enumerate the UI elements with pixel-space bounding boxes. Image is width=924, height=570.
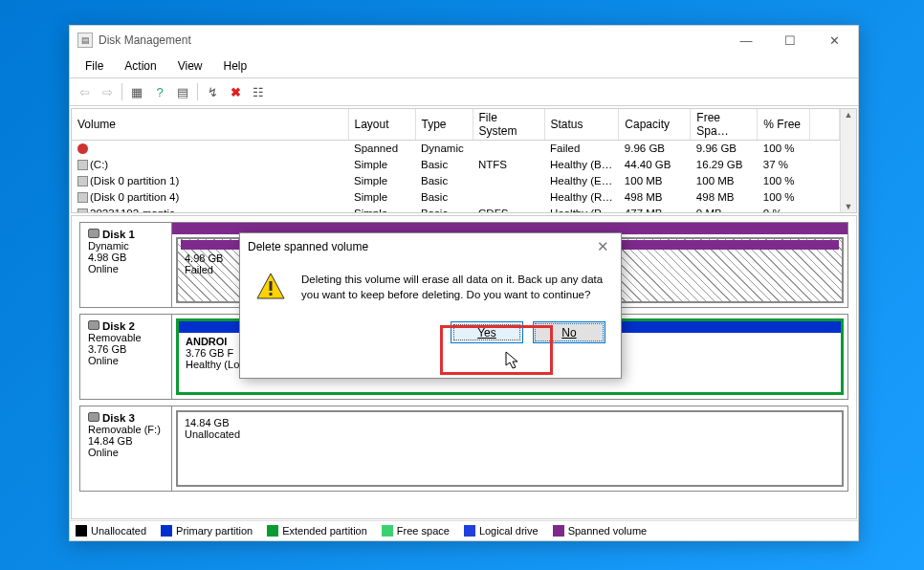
table-row[interactable]: SpannedDynamicFailed9.96 GB9.96 GB100 % — [72, 141, 840, 157]
back-button[interactable]: ⇦ — [74, 81, 95, 102]
no-button[interactable]: No — [533, 321, 605, 343]
table-row[interactable]: (Disk 0 partition 1)SimpleBasicHealthy (… — [72, 173, 840, 189]
col-header[interactable]: File System — [473, 109, 544, 141]
toolbar: ⇦ ⇨ ▦ ? ▤ ↯ ✖ ☷ — [70, 78, 858, 106]
toolbar-settings[interactable]: ↯ — [202, 81, 223, 102]
legend-item: Extended partition — [267, 525, 367, 537]
forward-button[interactable]: ⇨ — [97, 81, 118, 102]
legend-swatch — [553, 525, 564, 537]
disk-label: Disk 3Removable (F:)14.84 GBOnline — [80, 406, 172, 491]
disk-row[interactable]: Disk 3Removable (F:)14.84 GBOnline14.84 … — [79, 406, 848, 492]
col-header[interactable]: Layout — [348, 109, 415, 141]
table-scrollbar[interactable]: ▲ ▼ — [840, 109, 856, 212]
drive-icon — [77, 208, 88, 212]
toolbar-view2[interactable]: ▤ — [172, 81, 193, 102]
yes-button[interactable]: Yes — [451, 321, 523, 343]
disk-icon — [88, 320, 99, 330]
legend-swatch — [267, 525, 278, 537]
col-header[interactable]: Volume — [72, 109, 348, 141]
drive-icon — [77, 160, 88, 170]
legend-swatch — [464, 525, 475, 537]
close-button[interactable]: ✕ — [812, 26, 856, 55]
minimize-button[interactable]: — — [724, 26, 768, 55]
legend-swatch — [382, 525, 393, 537]
toolbar-help[interactable]: ? — [149, 81, 170, 102]
scroll-up-icon[interactable]: ▲ — [845, 110, 853, 120]
error-icon — [77, 143, 88, 154]
delete-volume-dialog: Delete spanned volume ✕ Deleting this vo… — [239, 232, 622, 379]
volume-box[interactable]: 14.84 GBUnallocated — [176, 410, 844, 487]
disk-label: Disk 2Removable3.76 GBOnline — [80, 315, 172, 399]
scroll-down-icon[interactable]: ▼ — [845, 202, 853, 211]
menubar: File Action View Help — [70, 55, 858, 78]
legend-item: Spanned volume — [553, 525, 648, 537]
col-header[interactable]: Capacity — [619, 109, 691, 141]
disk-label: Disk 1Dynamic4.98 GBOnline — [80, 223, 172, 307]
legend-item: Primary partition — [161, 525, 253, 537]
maximize-button[interactable]: ☐ — [768, 26, 812, 55]
col-header[interactable]: Free Spa… — [691, 109, 758, 141]
dialog-message: Deleting this volume will erase all data… — [301, 272, 605, 302]
menu-view[interactable]: View — [168, 56, 212, 76]
warning-icon — [255, 272, 286, 302]
drive-icon — [77, 192, 88, 203]
table-row[interactable]: (Disk 0 partition 4)SimpleBasicHealthy (… — [72, 189, 840, 206]
menu-action[interactable]: Action — [115, 56, 165, 76]
menu-help[interactable]: Help — [214, 56, 257, 76]
app-icon: ▤ — [77, 33, 93, 48]
drive-icon — [77, 176, 88, 186]
disk-icon — [88, 412, 99, 422]
svg-rect-1 — [270, 281, 273, 291]
titlebar[interactable]: ▤ Disk Management — ☐ ✕ — [70, 26, 858, 55]
table-row[interactable]: (C:)SimpleBasicNTFSHealthy (B…44.40 GB16… — [72, 157, 840, 173]
menu-file[interactable]: File — [76, 56, 113, 76]
disk-icon — [88, 229, 99, 238]
svg-rect-2 — [270, 293, 273, 296]
col-header[interactable]: % Free — [758, 109, 810, 141]
table-row[interactable]: 20231102-mantic- …SimpleBasicCDFSHealthy… — [72, 206, 840, 213]
dialog-close-button[interactable]: ✕ — [593, 238, 613, 255]
window-title: Disk Management — [99, 33, 191, 47]
toolbar-properties[interactable]: ☷ — [248, 81, 269, 102]
col-header[interactable]: Status — [544, 109, 619, 141]
toolbar-view1[interactable]: ▦ — [126, 81, 147, 102]
legend-swatch — [76, 525, 87, 537]
toolbar-delete[interactable]: ✖ — [225, 81, 246, 102]
legend-swatch — [161, 525, 172, 537]
legend-item: Free space — [382, 525, 450, 537]
dialog-title: Delete spanned volume — [248, 240, 368, 253]
legend-item: Logical drive — [464, 525, 539, 537]
col-header[interactable]: Type — [415, 109, 473, 141]
legend: UnallocatedPrimary partitionExtended par… — [70, 520, 858, 540]
volume-table: VolumeLayoutTypeFile SystemStatusCapacit… — [71, 108, 857, 213]
legend-item: Unallocated — [76, 525, 146, 537]
